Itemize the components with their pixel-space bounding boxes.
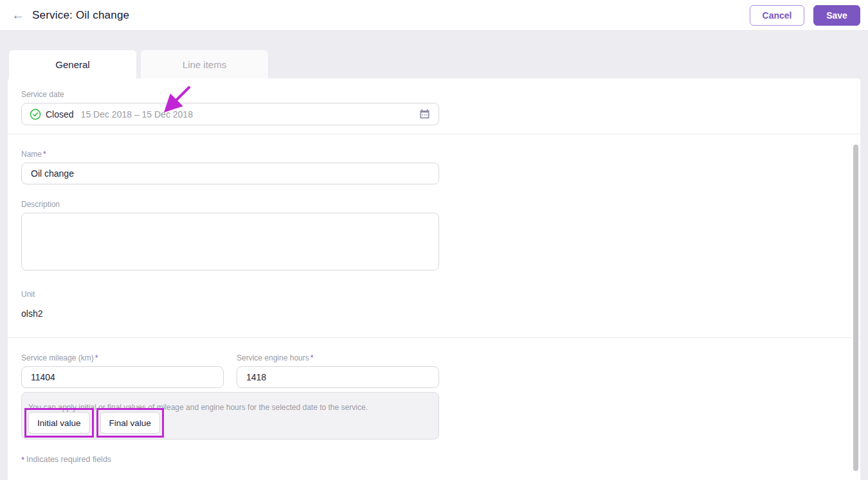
- check-circle-icon: [30, 109, 41, 120]
- scroll-region: Name* Description Unit olsh2: [8, 150, 860, 337]
- annotation-highlight-final: Final value: [96, 408, 164, 438]
- scrollbar-thumb[interactable]: [853, 145, 858, 471]
- tab-general[interactable]: General: [8, 49, 137, 79]
- mileage-label: Service mileage (km)*: [21, 353, 224, 362]
- name-field-block: Name*: [21, 150, 439, 184]
- mileage-field-block: Service mileage (km)*: [21, 353, 224, 388]
- apply-values-buttons: Initial value Final value: [24, 408, 429, 438]
- section-divider-top: [8, 134, 860, 134]
- form-card: Service date Closed 15 Dec 2018 – 15 Dec…: [8, 78, 860, 480]
- description-textarea[interactable]: [21, 213, 439, 271]
- engine-hours-field-block: Service engine hours*: [237, 353, 439, 388]
- required-asterisk: *: [311, 353, 314, 362]
- unit-block: Unit olsh2: [21, 290, 439, 337]
- required-fields-note: *Indicates required fields: [21, 455, 860, 465]
- section-divider-bottom: [8, 337, 860, 338]
- calendar-icon[interactable]: [419, 108, 431, 120]
- annotation-highlight-initial: Initial value: [24, 408, 94, 438]
- service-date-section: Service date Closed 15 Dec 2018 – 15 Dec…: [21, 78, 860, 125]
- required-asterisk: *: [43, 150, 46, 159]
- page-title: Service: Oil change: [32, 9, 129, 22]
- engine-hours-input[interactable]: [237, 366, 439, 388]
- mileage-row: Service mileage (km)* Service engine hou…: [21, 353, 860, 388]
- mileage-section: Service mileage (km)* Service engine hou…: [8, 353, 860, 465]
- card-content: Service date Closed 15 Dec 2018 – 15 Dec…: [8, 78, 860, 125]
- final-value-button[interactable]: Final value: [100, 412, 160, 434]
- engine-hours-label: Service engine hours*: [237, 353, 439, 362]
- back-arrow-icon[interactable]: ←: [9, 6, 27, 24]
- required-asterisk: *: [21, 455, 24, 465]
- scrollbar-track[interactable]: [853, 143, 858, 480]
- required-asterisk: *: [95, 353, 98, 362]
- unit-value: olsh2: [21, 308, 439, 337]
- tab-bar: General Line items: [8, 49, 269, 78]
- mileage-input[interactable]: [21, 366, 224, 388]
- tab-line-items[interactable]: Line items: [140, 49, 269, 78]
- top-bar: ← Service: Oil change Cancel Save: [0, 0, 868, 31]
- service-status-badge: Closed: [46, 109, 74, 120]
- name-label: Name*: [21, 150, 439, 159]
- name-input[interactable]: [21, 163, 439, 184]
- unit-label: Unit: [21, 290, 439, 299]
- topbar-actions: Cancel Save: [750, 5, 860, 26]
- description-label: Description: [21, 200, 439, 209]
- cancel-button[interactable]: Cancel: [750, 5, 804, 26]
- service-date-range: 15 Dec 2018 – 15 Dec 2018: [81, 109, 193, 120]
- apply-values-hint-box: You can apply initial or final values of…: [21, 392, 439, 440]
- description-field-block: Description: [21, 200, 439, 273]
- initial-value-button[interactable]: Initial value: [28, 412, 90, 434]
- save-button[interactable]: Save: [813, 5, 860, 26]
- service-date-label: Service date: [21, 90, 860, 99]
- service-date-field[interactable]: Closed 15 Dec 2018 – 15 Dec 2018: [21, 103, 439, 125]
